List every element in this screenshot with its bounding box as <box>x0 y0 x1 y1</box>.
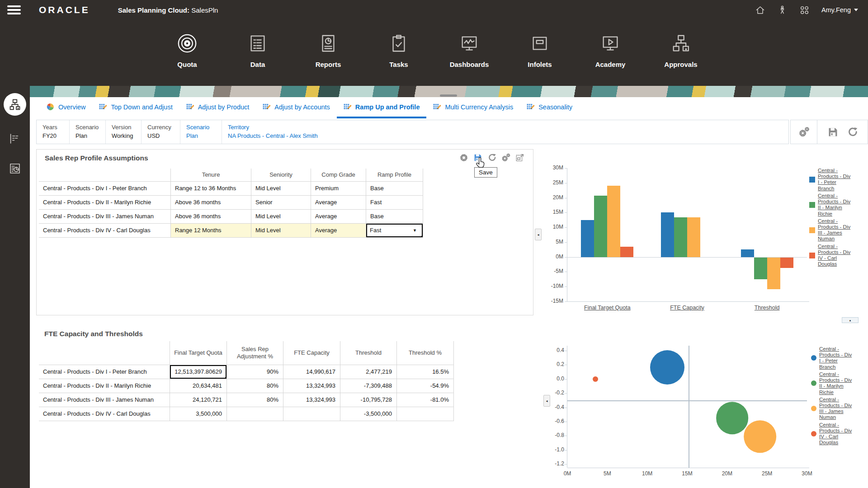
hamburger-menu-icon[interactable] <box>7 5 21 14</box>
category-label-threshold[interactable]: Threshold <box>755 305 780 311</box>
grid-cell[interactable]: 80% <box>227 393 283 407</box>
tab-scroll-indicator[interactable] <box>440 94 457 97</box>
bar-central-products-div-iv-carl-douglas-threshold[interactable] <box>780 258 793 268</box>
bar-central-products-div-ii-marilyn-richie-final-target-quota[interactable] <box>594 196 607 257</box>
grid-cell[interactable]: -81.0% <box>397 393 454 407</box>
legend-item-central-products-div-i-peter-branch[interactable]: Central - Products - Div I - Peter Branc… <box>809 168 851 192</box>
bubble-central-products-div-ii-marilyn-richie[interactable] <box>716 402 749 434</box>
sidebar-item-reports[interactable] <box>8 162 22 175</box>
bar-central-products-div-i-peter-branch-final-target-quota[interactable] <box>581 220 594 257</box>
save-icon[interactable] <box>827 126 839 138</box>
user-menu[interactable]: Amy.Feng <box>821 6 858 14</box>
bar-central-products-div-i-peter-branch-threshold[interactable] <box>741 249 754 257</box>
tab-seasonality[interactable]: Seasonality <box>520 97 579 118</box>
grid-cell[interactable]: Base <box>366 182 423 196</box>
apps-grid-icon[interactable] <box>799 5 810 15</box>
grid-cell[interactable]: Average <box>311 210 366 224</box>
tab-ramp-up-and-profile[interactable]: Ramp Up and Profile <box>337 97 427 118</box>
accessibility-icon[interactable] <box>777 5 788 15</box>
splitter-collapse-left-button[interactable]: ◂ <box>535 229 542 240</box>
legend-item-central-products-div-iv-carl-douglas[interactable]: Central - Products - Div IV - Carl Dougl… <box>811 422 853 446</box>
legend-item-central-products-div-iii-james-numan[interactable]: Central - Products - Div III - James Num… <box>809 218 851 242</box>
grid-cell[interactable]: 13,324,993 <box>283 379 340 393</box>
grid-cell[interactable]: 12,513,397.80629 <box>170 365 227 379</box>
grid-cell[interactable]: 20,634,481 <box>170 379 227 393</box>
bar-central-products-div-ii-marilyn-richie-fte-capacity[interactable] <box>674 217 687 257</box>
ramp-profile-dropdown[interactable]: Fast▼ <box>366 224 423 237</box>
legend-item-central-products-div-i-peter-branch[interactable]: Central - Products - Div I - Peter Branc… <box>811 346 853 370</box>
pov-member-scenario-4[interactable]: ScenarioPlan <box>180 120 222 144</box>
nav-item-academy[interactable]: Academy <box>583 33 637 86</box>
bubble-central-products-div-i-peter-branch[interactable] <box>650 350 684 385</box>
grid-cell[interactable]: Base <box>366 210 423 224</box>
refresh-icon[interactable] <box>487 153 497 163</box>
gear-icon[interactable] <box>459 153 469 163</box>
bubble-central-products-div-iii-james-numan[interactable] <box>744 420 776 453</box>
grid-cell[interactable]: Fast <box>366 196 423 210</box>
category-label-final-target-quota[interactable]: Final Target Quota <box>584 305 631 311</box>
legend-item-central-products-div-ii-marilyn-richie[interactable]: Central - Products - Div II - Marilyn Ri… <box>811 371 853 395</box>
grid-cell[interactable]: Average <box>311 196 366 210</box>
grid-cell[interactable]: 90% <box>227 365 283 379</box>
grid-cell[interactable]: 2,477,219 <box>340 365 397 379</box>
grid-cell[interactable]: 3,500,000 <box>170 407 227 421</box>
grid-cell[interactable]: Premium <box>311 182 366 196</box>
bar-central-products-div-iii-james-numan-final-target-quota[interactable] <box>607 186 620 257</box>
tab-multi-currency-analysis[interactable]: Multi Currency Analysis <box>426 97 520 118</box>
nav-item-data[interactable]: Data <box>231 33 285 86</box>
bar-central-products-div-ii-marilyn-richie-threshold[interactable] <box>754 258 767 279</box>
grid-cell[interactable]: 24,120,721 <box>170 393 227 407</box>
sidebar-item-outline[interactable] <box>8 132 22 145</box>
settings-gears-icon[interactable] <box>501 153 511 163</box>
legend-item-central-products-div-iii-james-numan[interactable]: Central - Products - Div III - James Num… <box>811 397 853 421</box>
nav-item-tasks[interactable]: Tasks <box>372 33 426 86</box>
grid-cell[interactable]: Range 12 to 36 Months <box>171 182 251 196</box>
nav-item-reports[interactable]: Reports <box>301 33 355 86</box>
grid-cell[interactable]: -3,500,000 <box>340 407 397 421</box>
splitter-collapse-up-button[interactable]: ▴ <box>842 317 859 323</box>
settings-gears-icon[interactable] <box>798 126 810 138</box>
maximize-icon[interactable] <box>515 153 525 163</box>
splitter-collapse-left-button[interactable]: ◂ <box>543 395 550 407</box>
grid-cell[interactable]: Above 36 months <box>171 210 251 224</box>
home-icon[interactable] <box>755 5 765 15</box>
refresh-icon[interactable] <box>846 126 859 138</box>
grid-cell[interactable]: Senior <box>251 196 311 210</box>
tab-overview[interactable]: Overview <box>40 97 92 118</box>
legend-item-central-products-div-ii-marilyn-richie[interactable]: Central - Products - Div II - Marilyn Ri… <box>809 193 851 217</box>
grid-cell[interactable]: Mid Level <box>251 224 311 238</box>
grid-cell[interactable] <box>227 407 283 421</box>
nav-item-quota[interactable]: Quota <box>160 33 214 86</box>
grid-cell[interactable]: -7,309,488 <box>340 379 397 393</box>
tab-adjust-by-accounts[interactable]: Adjust by Accounts <box>256 97 337 118</box>
grid-cell[interactable]: Range 12 Months <box>171 224 251 238</box>
fill-handle[interactable] <box>421 236 423 238</box>
bar-central-products-div-iii-james-numan-threshold[interactable] <box>767 258 780 290</box>
grid-cell[interactable]: Average <box>311 224 366 238</box>
bar-central-products-div-iii-james-numan-fte-capacity[interactable] <box>687 217 700 257</box>
chevron-down-icon[interactable]: ▼ <box>413 224 422 237</box>
grid-cell[interactable]: 16.5% <box>397 365 454 379</box>
sidebar-item-org-chart[interactable] <box>4 93 26 116</box>
nav-item-infolets[interactable]: Infolets <box>513 33 567 86</box>
grid-cell[interactable] <box>283 407 340 421</box>
pov-member-territory-5[interactable]: TerritoryNA Products - Central - Alex Sm… <box>222 120 788 144</box>
bar-central-products-div-i-peter-branch-fte-capacity[interactable] <box>661 212 674 257</box>
grid-cell[interactable]: Mid Level <box>251 210 311 224</box>
grid-cell[interactable]: Mid Level <box>251 182 311 196</box>
legend-item-central-products-div-iv-carl-douglas[interactable]: Central - Products - Div IV - Carl Dougl… <box>809 244 851 267</box>
grid-cell[interactable]: Fast▼ <box>366 224 423 238</box>
nav-item-approvals[interactable]: Approvals <box>654 33 708 86</box>
tab-top-down-and-adjust[interactable]: Top Down and Adjust <box>92 97 179 118</box>
grid-cell[interactable]: 14,990,617 <box>283 365 340 379</box>
category-label-fte-capacity[interactable]: FTE Capacity <box>670 305 704 311</box>
grid-cell[interactable]: Above 36 months <box>171 196 251 210</box>
nav-item-dashboards[interactable]: Dashboards <box>442 33 496 86</box>
tab-adjust-by-product[interactable]: Adjust by Product <box>179 97 256 118</box>
grid-cell[interactable]: -54.9% <box>397 379 454 393</box>
grid-cell[interactable]: 80% <box>227 379 283 393</box>
bubble-central-products-div-iv-carl-douglas[interactable] <box>593 376 598 382</box>
grid-cell[interactable]: 13,324,993 <box>283 393 340 407</box>
grid-cell[interactable]: -10,795,728 <box>340 393 397 407</box>
bar-central-products-div-iv-carl-douglas-final-target-quota[interactable] <box>620 247 633 257</box>
